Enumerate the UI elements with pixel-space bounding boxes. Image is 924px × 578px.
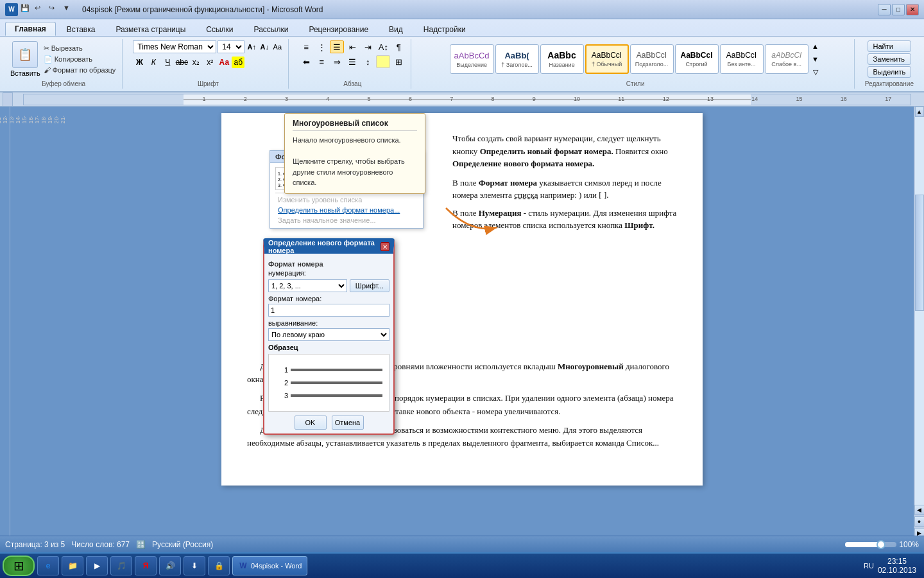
paste-button[interactable]: 📋 — [12, 41, 38, 68]
font-name-selector[interactable]: Times New Roman — [133, 40, 216, 53]
tab-view[interactable]: Вид — [379, 22, 413, 36]
tab-review[interactable]: Рецензирование — [299, 22, 378, 36]
yandex-icon: Я — [141, 561, 151, 571]
start-button[interactable]: ⊞ — [3, 556, 35, 576]
borders-button[interactable]: ⊞ — [391, 55, 406, 68]
style-noformat[interactable]: AaBbCcI Без инте... — [720, 44, 764, 74]
font-size-selector[interactable]: 14 — [218, 40, 244, 53]
qs-save[interactable]: 💾 — [21, 4, 32, 15]
highlight-button[interactable]: аб — [232, 57, 244, 68]
style-weak[interactable]: aAbBcCl Слабое в... — [765, 44, 809, 74]
zoom-bar[interactable] — [845, 542, 896, 547]
format-painter-button[interactable]: 🖌 Формат по образцу — [42, 66, 117, 74]
taskbar-ie[interactable]: e — [37, 556, 59, 575]
line-spacing-button[interactable]: ↕ — [361, 55, 375, 68]
style-strong[interactable]: AaBbCcI Строгий — [675, 44, 719, 74]
show-marks-button[interactable]: ¶ — [391, 40, 406, 53]
doc-area[interactable]: Многоуровневый список Начало многоуровне… — [10, 107, 914, 550]
qs-redo[interactable]: ↪ — [49, 4, 60, 15]
style-subtitle[interactable]: AaBbCcI Подзаголо... — [630, 44, 674, 74]
tab-refs[interactable]: Ссылки — [196, 22, 243, 36]
scroll-up-button[interactable]: ▲ — [915, 107, 924, 117]
decrease-indent-button[interactable]: ⇤ — [345, 40, 359, 53]
scroll-prev-page[interactable]: ◀ — [914, 505, 925, 515]
find-button[interactable]: Найти — [868, 40, 912, 52]
superscript-button[interactable]: x² — [203, 57, 216, 68]
dialog-close-button[interactable]: ✕ — [381, 242, 389, 251]
font-color-button[interactable]: Аа — [218, 57, 230, 68]
styles-down-button[interactable]: ▼ — [810, 53, 821, 65]
taskbar-sound[interactable]: 🔊 — [159, 556, 181, 575]
style-highlight-sample: aAbBcCd — [454, 51, 490, 60]
select-button[interactable]: Выделить — [868, 66, 912, 78]
numbering-button[interactable]: ⋮ — [314, 40, 329, 53]
corner-button[interactable] — [3, 92, 13, 107]
copy-button[interactable]: 📄 Копировать — [42, 55, 117, 64]
clear-format-button[interactable]: Aa — [271, 41, 283, 53]
doc-page: Многоуровневый список Начало многоуровне… — [221, 113, 703, 486]
language-indicator[interactable]: Русский (Россия) — [152, 540, 213, 549]
style-title-sample: AaBbc — [547, 50, 576, 60]
align-right-button[interactable]: ⇒ — [330, 55, 344, 68]
bold-button[interactable]: Ж — [133, 57, 146, 68]
taskbar-pinned1[interactable]: 🎵 — [110, 556, 132, 575]
italic-button[interactable]: К — [147, 57, 160, 68]
align-center-button[interactable]: ≡ — [314, 55, 329, 68]
zoom-area: 100% — [845, 540, 919, 549]
styles-up-button[interactable]: ▲ — [810, 40, 821, 52]
word-count: Число слов: 677 — [71, 540, 130, 549]
minimize-button[interactable]: ─ — [878, 4, 891, 15]
taskbar-media[interactable]: ▶ — [86, 556, 108, 575]
dropdown-change-level[interactable]: Изменить уровень списка — [273, 195, 420, 205]
style-normal[interactable]: AaBbCcI † Обычный — [585, 44, 629, 74]
grow-font-button[interactable]: A↑ — [246, 41, 257, 53]
taskbar-download[interactable]: ⬇ — [184, 556, 205, 575]
dialog-ok-button[interactable]: OK — [295, 416, 327, 430]
style-title[interactable]: AaBbc Название — [540, 44, 584, 74]
tab-layout[interactable]: Разметка страницы — [106, 22, 195, 36]
dialog-cancel-button[interactable]: Отмена — [332, 416, 364, 430]
strikethrough-button[interactable]: аbc — [175, 57, 188, 68]
qs-dropdown[interactable]: ▼ — [63, 4, 74, 15]
tab-addins[interactable]: Надстройки — [414, 22, 475, 36]
qs-undo[interactable]: ↩ — [35, 4, 46, 15]
scroll-thumb[interactable] — [915, 195, 924, 311]
replace-button[interactable]: Заменить — [868, 53, 912, 65]
justify-button[interactable]: ☰ — [345, 55, 359, 68]
zoom-thumb[interactable] — [877, 540, 886, 549]
tab-home[interactable]: Главная — [5, 22, 56, 36]
dialog-format-label: Формат номера: — [268, 295, 389, 302]
cut-button[interactable]: ✂ Вырезать — [42, 44, 117, 53]
tab-mailings[interactable]: Рассылки — [244, 22, 298, 36]
restore-button[interactable]: □ — [892, 4, 905, 15]
shading-button[interactable] — [376, 55, 390, 68]
taskbar-security[interactable]: 🔒 — [208, 556, 230, 575]
multilevel-button[interactable]: ☰ — [330, 40, 344, 53]
style-heading[interactable]: AaBb( † Заголов... — [495, 44, 539, 74]
sort-button[interactable]: A↕ — [376, 40, 390, 53]
dropdown-define-format[interactable]: Определить новый формат номера... — [273, 205, 420, 215]
style-highlight[interactable]: aAbBcCd Выделение — [450, 44, 494, 74]
taskbar-explorer[interactable]: 📁 — [62, 556, 83, 575]
vertical-scrollbar[interactable]: ▲ ◀ ● ▶ ▼ — [914, 107, 924, 550]
close-button[interactable]: ✕ — [906, 4, 919, 15]
align-left-button[interactable]: ⬅ — [299, 55, 313, 68]
dialog-font-button[interactable]: Шрифт... — [350, 279, 389, 292]
dialog-format-input[interactable] — [268, 304, 389, 317]
styles-more-button[interactable]: ▽ — [810, 66, 821, 78]
scroll-track[interactable] — [915, 117, 924, 505]
tab-insert[interactable]: Вставка — [57, 22, 105, 36]
dialog-numbering-select[interactable]: 1, 2, 3, ... — [268, 279, 347, 292]
window-title: 04spisok [Режим ограниченной функциональ… — [82, 5, 323, 14]
subscript-button[interactable]: x₂ — [189, 57, 202, 68]
dialog-align-select[interactable]: По левому краю — [268, 328, 389, 341]
shrink-font-button[interactable]: A↓ — [259, 41, 270, 53]
bullets-button[interactable]: ≡ — [299, 40, 313, 53]
dropdown-set-start[interactable]: Задать начальное значение... — [273, 215, 420, 225]
taskbar-yandex[interactable]: Я — [135, 556, 157, 575]
tray-ru[interactable]: RU — [864, 562, 874, 570]
scroll-select[interactable]: ● — [914, 516, 925, 527]
increase-indent-button[interactable]: ⇥ — [361, 40, 375, 53]
underline-button[interactable]: Ч — [161, 57, 174, 68]
taskbar-word[interactable]: W 04spisok - Word — [232, 556, 307, 575]
